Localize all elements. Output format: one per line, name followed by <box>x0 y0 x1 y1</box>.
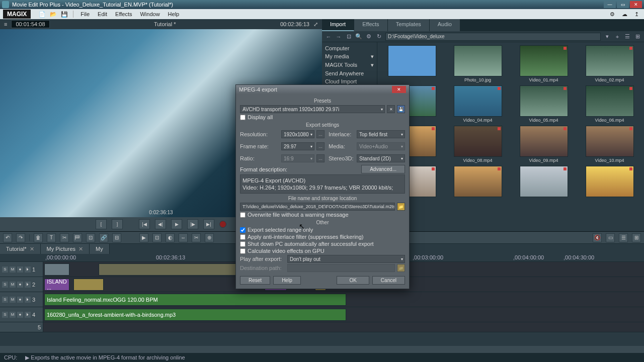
view-2[interactable]: ☰ <box>619 233 628 242</box>
redo-button[interactable]: ↷ <box>16 233 25 242</box>
delete-button[interactable]: 🗑 <box>34 233 43 242</box>
export-range-checkbox[interactable] <box>240 227 246 233</box>
play-after-combo[interactable]: Don't play out <box>287 255 405 263</box>
display-all-checkbox[interactable] <box>240 115 246 120</box>
ratio-extra-button[interactable]: … <box>316 154 325 162</box>
track-header[interactable]: SM●⏵1 <box>0 262 43 277</box>
media-item[interactable]: Video_01.mp4 <box>512 45 575 82</box>
ungroup-button[interactable]: ⊟ <box>112 233 121 242</box>
tab-templates[interactable]: Templates <box>388 19 430 31</box>
path-input[interactable]: D:\Footage\Video_deluxe <box>385 33 601 41</box>
maximize-button[interactable]: ▭ <box>617 1 629 8</box>
next-frame-button[interactable]: |▶ <box>187 219 198 229</box>
tool-2[interactable]: ⊡ <box>152 233 162 242</box>
video-clip[interactable] <box>44 263 69 276</box>
cut-button[interactable]: ✂ <box>60 233 69 242</box>
view-list-icon[interactable]: ☰ <box>624 33 631 40</box>
tree-sendanywhere[interactable]: Send Anywhere <box>325 69 374 77</box>
mark-in-button[interactable]: [ <box>96 219 107 229</box>
tree-mymedia[interactable]: My media▾ <box>325 52 374 61</box>
menu-effects[interactable]: Effects <box>112 10 135 18</box>
preview-expand-icon[interactable]: ⤢ <box>313 21 318 28</box>
media-item[interactable]: Video_06.mp4 <box>578 85 641 123</box>
anti-interlace-checkbox[interactable] <box>240 234 246 240</box>
shutdown-checkbox[interactable] <box>240 241 246 247</box>
browse-button[interactable]: 📁 <box>397 203 405 211</box>
view-3[interactable]: ⊞ <box>632 233 641 242</box>
view-1[interactable]: ▭ <box>606 233 615 242</box>
preview-timecode[interactable]: 00:01:54:08 <box>11 20 49 28</box>
timeline-tab[interactable]: Tutorial*✕ <box>0 244 41 254</box>
back-icon[interactable]: ← <box>325 33 332 40</box>
resolution-combo[interactable]: 1920x1080 <box>281 130 314 138</box>
dialog-titlebar[interactable]: MPEG-4 export ✕ <box>236 85 409 94</box>
media-item[interactable] <box>512 166 575 198</box>
interlace-combo[interactable]: Top field first <box>357 130 405 138</box>
cloud-icon[interactable]: ☁ <box>620 10 629 18</box>
track-header[interactable]: SM●⏵4 <box>0 307 43 322</box>
refresh-icon[interactable]: ↻ <box>375 33 382 40</box>
preset-combo[interactable]: AVCHD transport stream 1920x1080 29.97i <box>240 105 385 113</box>
framerate-extra-button[interactable]: … <box>316 142 325 150</box>
goto-start-button[interactable]: |◀ <box>139 219 150 229</box>
cancel-button[interactable]: Cancel <box>372 276 405 285</box>
play-button[interactable]: ▶ <box>171 219 182 229</box>
media-item[interactable] <box>380 45 443 82</box>
tool-4[interactable]: ↔ <box>179 233 188 242</box>
tab-audio[interactable]: Audio <box>430 19 460 31</box>
overwrite-checkbox[interactable] <box>240 212 246 218</box>
undo-button[interactable]: ↶ <box>3 233 12 242</box>
audio-clip[interactable]: 160280_unfa_a_forest-ambient-with-a-bird… <box>44 309 346 321</box>
close-tab-icon[interactable]: ✕ <box>78 246 83 252</box>
close-button[interactable]: ✕ <box>630 1 642 8</box>
gear-icon[interactable]: ⚙ <box>365 33 372 40</box>
timeline-tab[interactable]: My <box>90 244 110 254</box>
media-item[interactable]: Video_02.mp4 <box>578 45 641 82</box>
advanced-button[interactable]: Advanced... <box>361 165 405 173</box>
timeline-tab[interactable]: My Pictures✕ <box>41 244 90 254</box>
media-item[interactable]: Photo_10.jpg <box>446 45 509 82</box>
forward-icon[interactable]: → <box>335 33 342 40</box>
prev-frame-button[interactable]: ◀| <box>155 219 166 229</box>
track-header[interactable]: SM●⏵3 <box>0 292 43 307</box>
media-item[interactable]: Video_04.mp4 <box>446 85 509 123</box>
media-item[interactable]: Video_10.mp4 <box>578 126 641 163</box>
record-button[interactable] <box>219 221 226 228</box>
preset-delete-button[interactable]: ✕ <box>387 105 395 113</box>
marker-button[interactable]: ⛿ <box>73 233 82 242</box>
stereo-combo[interactable]: Standard (2D) <box>357 154 405 162</box>
tab-import[interactable]: Import <box>322 19 354 31</box>
reset-button[interactable]: Reset <box>240 276 270 285</box>
new-icon[interactable]: 📄 <box>38 10 47 18</box>
framerate-combo[interactable]: 29.97 <box>281 142 314 150</box>
link-button[interactable]: 🔗 <box>99 233 108 242</box>
tool-6[interactable]: ⊕ <box>205 233 214 242</box>
tree-computer[interactable]: Computer <box>325 44 374 52</box>
menu-help[interactable]: Help <box>165 10 183 18</box>
upload-icon[interactable]: ↥ <box>632 10 641 18</box>
media-item[interactable]: Video_09.mp4 <box>512 126 575 163</box>
search-icon[interactable]: 🔍 <box>355 33 362 40</box>
text-button[interactable]: T <box>47 233 56 242</box>
ok-button[interactable]: OK <box>337 276 369 285</box>
filepath-field[interactable]: T:\Video_deluxe\Video_deluxe_2018_DE\FOO… <box>240 203 395 211</box>
media-item[interactable] <box>578 166 641 198</box>
settings-icon[interactable]: ⚙ <box>608 10 617 18</box>
up-icon[interactable]: ⊡ <box>345 33 352 40</box>
help-button[interactable]: Help <box>273 276 301 285</box>
menu-file[interactable]: File <box>77 10 93 18</box>
tree-magixtools[interactable]: MAGIX Tools▾ <box>325 61 374 69</box>
media-item[interactable]: Video_05.mp4 <box>512 85 575 123</box>
title-clip[interactable]: ISLAND ... <box>44 279 69 291</box>
track-header[interactable]: 5 <box>0 322 43 332</box>
chevron-down-icon[interactable]: ▾ <box>604 33 611 40</box>
mute-button[interactable]: 🔇 <box>593 233 602 242</box>
media-item[interactable]: Video_08.mp4 <box>446 126 509 163</box>
group-button[interactable]: ⊡ <box>86 233 95 242</box>
menu-window[interactable]: Window <box>137 10 163 18</box>
save-icon[interactable]: 💾 <box>60 10 69 18</box>
title-clip[interactable] <box>73 279 104 291</box>
mark-out-button[interactable]: ] <box>112 219 123 229</box>
open-icon[interactable]: 📂 <box>49 10 58 18</box>
view-grid-icon[interactable]: ⊞ <box>634 33 641 40</box>
